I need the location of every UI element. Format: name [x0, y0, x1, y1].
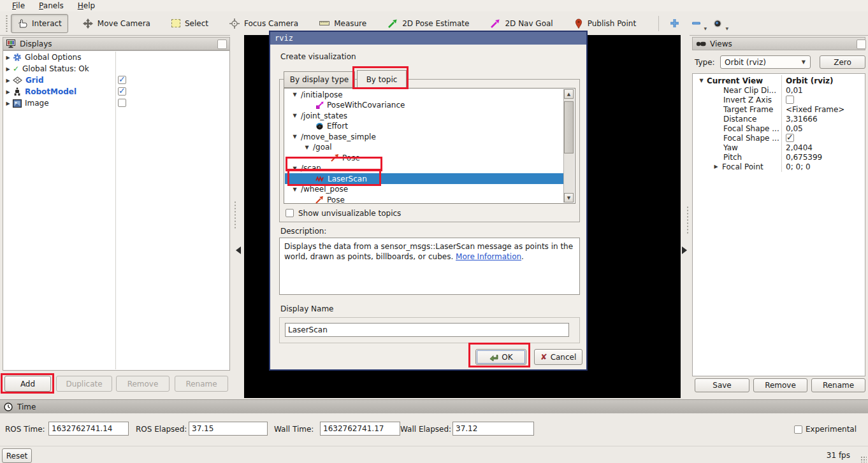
expander-down-icon[interactable]: ▼	[291, 113, 298, 118]
tool-properties-button[interactable]: ▼	[710, 15, 725, 32]
expander-right-icon[interactable]: ▶	[4, 101, 11, 106]
views-panel-header[interactable]: Views	[692, 37, 865, 50]
scroll-down-icon[interactable]: ▼	[564, 193, 574, 203]
experimental-checkbox[interactable]	[794, 425, 802, 434]
prop-row-yaw[interactable]: Yaw 2,0404	[693, 143, 864, 152]
chevron-down-icon[interactable]: ▼	[704, 26, 707, 31]
zero-view-button[interactable]: Zero	[820, 55, 865, 69]
focus-camera-tool-button[interactable]: Focus Camera	[223, 14, 305, 33]
prop-row-focal-point[interactable]: ▶ Focal Point 0; 0; 0	[693, 162, 864, 171]
displays-panel-header[interactable]: Displays	[3, 37, 230, 50]
topic-list[interactable]: ▼ /initialpose PoseWithCovariance ▼ /joi…	[284, 88, 575, 204]
expander-right-icon[interactable]: ▶	[4, 55, 11, 61]
displays-tree[interactable]: ▶ Global Options ▶ ✓ Global Status: Ok ▶…	[3, 50, 230, 371]
grid-enabled-checkbox[interactable]	[118, 76, 126, 84]
remove-tool-button[interactable]: ▼	[688, 15, 704, 32]
dialog-titlebar[interactable]: rviz	[270, 32, 586, 45]
measure-tool-button[interactable]: Measure	[313, 14, 373, 33]
topic-row-goal[interactable]: ▼ /goal	[285, 142, 563, 153]
robotmodel-enabled-checkbox[interactable]	[118, 87, 126, 96]
collapse-left-panel-icon[interactable]	[236, 246, 241, 254]
prop-row-focal-shape-fixed[interactable]: Focal Shape ...	[693, 133, 864, 143]
topic-row-effort[interactable]: Effort	[285, 121, 563, 132]
ros-elapsed-input[interactable]	[189, 422, 268, 436]
prop-row-invert-z[interactable]: Invert Z Axis	[693, 95, 864, 104]
views-panel-float-button[interactable]	[857, 39, 866, 49]
topic-row-move-base-simple[interactable]: ▼ /move_base_simple	[285, 131, 563, 142]
publish-point-tool-button[interactable]: Publish Point	[568, 14, 642, 33]
topic-list-scrollbar[interactable]: ▲ ▼	[563, 89, 574, 203]
display-row-global-options[interactable]: ▶ Global Options	[4, 52, 228, 63]
display-row-grid[interactable]: ▶ Grid	[4, 75, 228, 86]
rename-display-button[interactable]: Rename	[175, 376, 228, 392]
remove-display-button[interactable]: Remove	[116, 376, 170, 392]
add-display-button[interactable]: Add	[4, 376, 51, 392]
expander-down-icon[interactable]: ▼	[291, 187, 298, 192]
expander-right-icon[interactable]: ▶	[4, 89, 11, 95]
cancel-button[interactable]: ✘ Cancel	[534, 349, 582, 365]
topic-row-wheel-pose[interactable]: ▼ /wheel_pose	[285, 184, 563, 195]
menu-panels[interactable]: Panels	[32, 1, 71, 10]
collapse-right-panel-icon[interactable]	[682, 246, 687, 254]
prop-row-target-frame[interactable]: Target Frame <Fixed Frame>	[693, 104, 864, 114]
topic-row-goal-pose[interactable]: Pose	[285, 152, 563, 163]
topic-row-scan[interactable]: ▼ /scan	[285, 163, 563, 174]
display-name-input[interactable]	[285, 323, 569, 337]
toolbar-drag-handle[interactable]	[5, 15, 8, 32]
menu-help[interactable]: Help	[71, 1, 102, 10]
topic-row-initialpose[interactable]: ▼ /initialpose	[285, 89, 563, 100]
topic-row-posewithcovariance[interactable]: PoseWithCovariance	[285, 100, 563, 111]
display-row-robotmodel[interactable]: ▶ RobotModel	[4, 86, 228, 97]
expander-down-icon[interactable]: ▼	[303, 145, 310, 150]
topic-row-wheel-pose-pose[interactable]: Pose	[285, 194, 563, 205]
pose-estimate-tool-button[interactable]: 2D Pose Estimate	[381, 14, 475, 33]
left-panel-splitter[interactable]	[230, 35, 244, 398]
menu-file[interactable]: File	[5, 1, 32, 10]
window-resize-grip[interactable]	[860, 456, 867, 462]
topic-row-laserscan[interactable]: LaserScan	[285, 173, 563, 184]
prop-row-pitch[interactable]: Pitch 0,675399	[693, 152, 864, 162]
add-tool-button[interactable]	[667, 15, 682, 32]
image-enabled-checkbox[interactable]	[118, 99, 126, 107]
show-unvisualizable-checkbox[interactable]	[286, 209, 294, 217]
view-properties-tree[interactable]: ▼ Current View Orbit (rviz) Near Clip Di…	[692, 73, 865, 376]
scroll-up-icon[interactable]: ▲	[564, 89, 574, 99]
expander-down-icon[interactable]: ▼	[291, 92, 298, 97]
chevron-down-icon[interactable]: ▼	[725, 26, 728, 31]
time-panel-header[interactable]: Time	[0, 399, 868, 413]
nav-goal-tool-button[interactable]: 2D Nav Goal	[484, 14, 559, 33]
move-camera-tool-button[interactable]: Move Camera	[76, 14, 157, 33]
focal-shape-checkbox[interactable]	[786, 134, 794, 142]
displays-panel-float-button[interactable]	[217, 39, 227, 49]
right-panel-splitter[interactable]	[681, 35, 690, 398]
prop-row-current-view[interactable]: ▼ Current View Orbit (rviz)	[693, 76, 864, 85]
display-row-global-status[interactable]: ▶ ✓ Global Status: Ok	[4, 63, 228, 75]
scrollbar-thumb[interactable]	[564, 101, 574, 153]
ok-button[interactable]: OK	[475, 349, 526, 365]
expander-right-icon[interactable]: ▶	[4, 78, 11, 83]
wall-elapsed-input[interactable]	[452, 422, 534, 436]
topic-row-joint-states[interactable]: ▼ /joint_states	[285, 110, 563, 121]
tab-by-display-type[interactable]: By display type	[284, 71, 355, 88]
duplicate-display-button[interactable]: Duplicate	[56, 376, 112, 392]
save-view-button[interactable]: Save	[695, 378, 749, 392]
more-information-link[interactable]: More Information	[456, 252, 521, 261]
view-type-dropdown[interactable]: Orbit (rviz) ▼	[720, 55, 811, 69]
expander-down-icon[interactable]: ▼	[291, 134, 298, 139]
tab-by-topic[interactable]: By topic	[357, 70, 407, 89]
interact-tool-button[interactable]: Interact	[11, 14, 68, 33]
prop-row-distance[interactable]: Distance 3,31666	[693, 114, 864, 124]
select-tool-button[interactable]: Select	[165, 14, 215, 33]
display-row-image[interactable]: ▶ Image	[4, 97, 228, 109]
ros-time-input[interactable]	[48, 422, 129, 436]
rename-view-button[interactable]: Rename	[811, 378, 865, 392]
reset-button[interactable]: Reset	[2, 448, 32, 463]
prop-row-near-clip[interactable]: Near Clip Di... 0,01	[693, 85, 864, 95]
invert-z-checkbox[interactable]	[786, 96, 794, 104]
expander-right-icon[interactable]: ▶	[712, 164, 720, 169]
prop-row-focal-shape-size[interactable]: Focal Shape ... 0,05	[693, 124, 864, 133]
remove-view-button[interactable]: Remove	[753, 378, 807, 392]
expander-down-icon[interactable]: ▼	[698, 78, 705, 83]
expander-down-icon[interactable]: ▼	[291, 166, 298, 171]
expander-right-icon[interactable]: ▶	[4, 66, 11, 72]
